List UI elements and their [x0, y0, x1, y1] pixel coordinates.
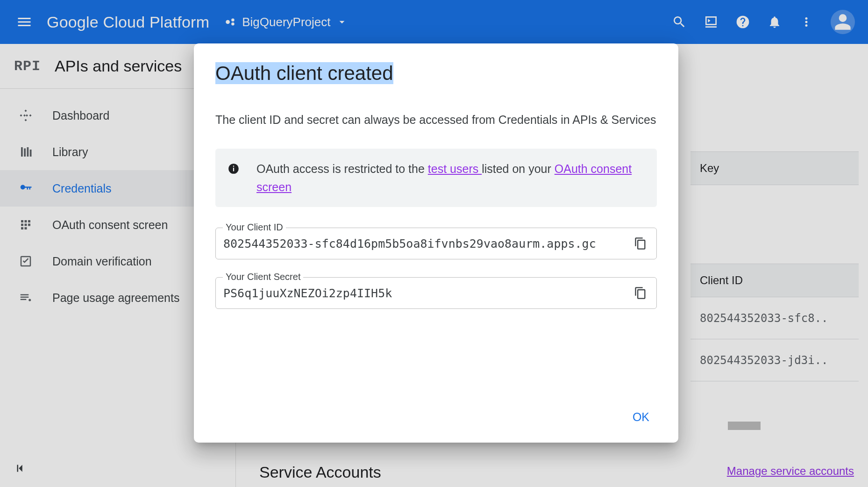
- logo: Google Cloud Platform: [47, 13, 209, 31]
- client-id-label: Your Client ID: [223, 222, 286, 233]
- client-id-value[interactable]: 802544352033-sfc84d16pm5b5oa8ifvnbs29vao…: [223, 237, 631, 251]
- library-icon: [19, 145, 33, 159]
- search-icon[interactable]: [672, 14, 687, 29]
- check-box-icon: [19, 254, 33, 268]
- menu-icon[interactable]: [13, 11, 36, 33]
- svg-point-2: [231, 22, 235, 26]
- section-title: APIs and services: [55, 57, 182, 75]
- api-logo: RPI: [14, 58, 41, 74]
- table-header-key: Key: [690, 151, 859, 185]
- svg-rect-4: [233, 168, 234, 172]
- sidebar-item-label: Library: [52, 145, 88, 159]
- account-avatar[interactable]: [831, 10, 855, 34]
- dashboard-icon: [19, 108, 33, 122]
- svg-point-1: [231, 18, 235, 21]
- table-row: 802544352033-jd3i..: [690, 339, 859, 381]
- sidebar-item-label: Domain verification: [52, 255, 152, 268]
- topbar: Google Cloud Platform BigQueryProject: [0, 0, 868, 44]
- modal-description: The client ID and secret can always be a…: [215, 111, 657, 129]
- info-notice: OAuth access is restricted to the test u…: [215, 149, 657, 208]
- notifications-icon[interactable]: [767, 14, 782, 29]
- client-secret-label: Your Client Secret: [223, 272, 303, 282]
- copy-client-secret-button[interactable]: [631, 284, 650, 302]
- info-icon: [228, 162, 240, 174]
- sidebar-item-label: Credentials: [52, 182, 111, 195]
- sidebar-item-label: Dashboard: [52, 109, 109, 122]
- project-name: BigQueryProject: [242, 15, 330, 29]
- client-secret-field: Your Client Secret PS6q1juuXzNEZOi2zp4II…: [215, 277, 657, 309]
- key-icon: [19, 181, 33, 195]
- oauth-created-modal: OAuth client created The client ID and s…: [194, 43, 678, 443]
- svg-point-0: [226, 20, 230, 24]
- copy-client-id-button[interactable]: [631, 234, 650, 253]
- client-id-field: Your Client ID 802544352033-sfc84d16pm5b…: [215, 228, 657, 259]
- client-secret-value[interactable]: PS6q1juuXzNEZOi2zp4IIH5k: [223, 286, 631, 300]
- project-selector[interactable]: BigQueryProject: [224, 15, 348, 29]
- sidebar-item-label: Page usage agreements: [52, 291, 179, 305]
- info-text: OAuth access is restricted to the test u…: [256, 160, 645, 196]
- ok-button[interactable]: OK: [625, 405, 657, 430]
- table-header-clientid: Client ID: [690, 264, 859, 297]
- logo-strong: Google: [47, 13, 99, 31]
- table-row: 802544352033-sfc8..: [690, 297, 859, 339]
- sidebar-item-label: OAuth consent screen: [52, 218, 168, 232]
- modal-title: OAuth client created: [215, 62, 657, 85]
- more-icon[interactable]: [799, 14, 814, 29]
- cloud-shell-icon[interactable]: [704, 14, 719, 29]
- svg-rect-5: [233, 165, 234, 166]
- page-usage-icon: [19, 291, 33, 305]
- scrollbar-stub: [728, 422, 761, 430]
- logo-rest: Cloud Platform: [99, 13, 209, 31]
- help-icon[interactable]: [735, 14, 750, 29]
- consent-icon: [19, 218, 33, 232]
- manage-service-accounts-link[interactable]: Manage service accounts: [727, 465, 854, 478]
- collapse-sidebar-icon[interactable]: [11, 459, 30, 478]
- test-users-link[interactable]: test users: [428, 162, 482, 175]
- service-accounts-heading: Service Accounts: [259, 463, 381, 481]
